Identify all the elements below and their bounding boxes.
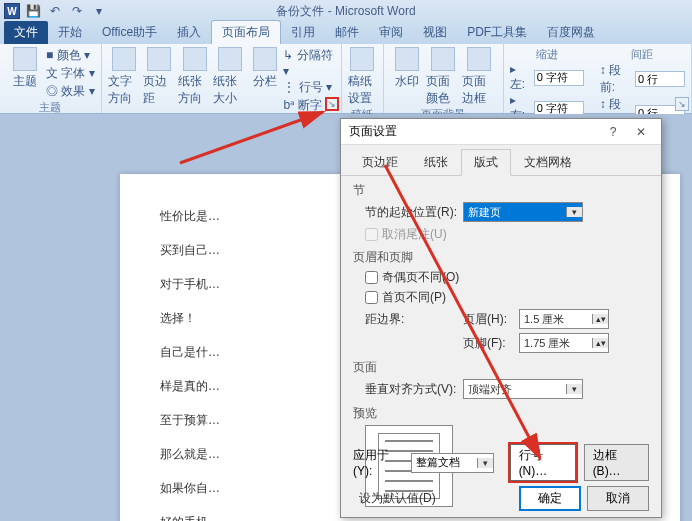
orientation-label: 纸张方向 xyxy=(178,73,211,107)
window-title: 备份文件 - Microsoft Word xyxy=(276,3,415,20)
ok-button[interactable]: 确定 xyxy=(519,486,581,511)
tab-home[interactable]: 开始 xyxy=(48,21,92,44)
page-border-label: 页面边框 xyxy=(462,73,496,107)
doc-text: 自己是什… xyxy=(160,345,220,359)
valign-value: 顶端对齐 xyxy=(464,382,566,397)
section-start-label: 节的起始位置(R): xyxy=(365,204,457,221)
group-theme-label: 主题 xyxy=(6,100,95,115)
group-paper: 稿纸设置 稿纸 xyxy=(342,44,384,113)
text-direction-label: 文字方向 xyxy=(108,73,141,107)
tab-mail[interactable]: 邮件 xyxy=(325,21,369,44)
watermark-button[interactable]: 水印 xyxy=(390,47,424,107)
page-border-button[interactable]: 页面边框 xyxy=(462,47,496,107)
suppress-endnotes-checkbox xyxy=(365,228,378,241)
tab-references[interactable]: 引用 xyxy=(281,21,325,44)
tab-review[interactable]: 审阅 xyxy=(369,21,413,44)
chevron-down-icon[interactable]: ▾ xyxy=(477,458,493,468)
valign-label: 垂直对齐方式(V): xyxy=(365,381,457,398)
chevron-down-icon[interactable]: ▾ xyxy=(566,207,582,217)
theme-label: 主题 xyxy=(13,73,37,90)
undo-icon[interactable]: ↶ xyxy=(46,2,64,20)
header-distance-input[interactable]: 1.5 厘米▴▾ xyxy=(519,309,609,329)
columns-label: 分栏 xyxy=(253,73,277,90)
page-group-label: 页面 xyxy=(353,359,649,376)
indent-left-label: ▸ 左: xyxy=(510,62,530,93)
line-numbers-button[interactable]: ⋮ 行号 ▾ xyxy=(283,79,334,96)
theme-button[interactable]: 主题 xyxy=(6,47,44,100)
space-before-input[interactable] xyxy=(635,71,685,87)
close-icon[interactable]: ✕ xyxy=(629,125,653,139)
paper-size-button[interactable]: 纸张大小 xyxy=(213,47,246,114)
spacing-heading: 间距 xyxy=(600,47,685,62)
valign-combo[interactable]: 顶端对齐▾ xyxy=(463,379,583,399)
theme-colors[interactable]: ■ 颜色 ▾ xyxy=(46,47,95,64)
doc-text: 至于预算… xyxy=(160,413,220,427)
orientation-button[interactable]: 纸张方向 xyxy=(178,47,211,114)
odd-even-checkbox[interactable] xyxy=(365,271,378,284)
paper-settings-label: 稿纸设置 xyxy=(348,73,377,107)
chevron-down-icon[interactable]: ▾ xyxy=(566,384,582,394)
margins-button[interactable]: 页边距 xyxy=(143,47,176,114)
group-theme: 主题 ■ 颜色 ▾ 文 字体 ▾ ◎ 效果 ▾ 主题 xyxy=(0,44,102,113)
dialog-titlebar[interactable]: 页面设置 ? ✕ xyxy=(341,119,661,145)
tab-baidu[interactable]: 百度网盘 xyxy=(537,21,605,44)
tab-pdf[interactable]: PDF工具集 xyxy=(457,21,537,44)
dlg-tab-paper[interactable]: 纸张 xyxy=(411,149,461,175)
section-group: 节 节的起始位置(R): 新建页 ▾ 取消尾注(U) xyxy=(353,182,649,243)
section-start-combo[interactable]: 新建页 ▾ xyxy=(463,202,583,222)
dialog-tabs: 页边距 纸张 版式 文档网格 xyxy=(341,145,661,176)
help-icon[interactable]: ? xyxy=(601,125,625,139)
dlg-tab-grid[interactable]: 文档网格 xyxy=(511,149,585,175)
footer-distance-value: 1.75 厘米 xyxy=(520,336,592,351)
redo-icon[interactable]: ↷ xyxy=(68,2,86,20)
tab-office[interactable]: Office助手 xyxy=(92,21,167,44)
doc-text: 选择！ xyxy=(160,311,196,325)
odd-even-label: 奇偶页不同(O) xyxy=(382,269,459,286)
page-color-button[interactable]: 页面颜色 xyxy=(426,47,460,107)
save-icon[interactable]: 💾 xyxy=(24,2,42,20)
indent-heading: 缩进 xyxy=(510,47,584,62)
spinner-icon[interactable]: ▴▾ xyxy=(592,314,608,324)
theme-fonts[interactable]: 文 字体 ▾ xyxy=(46,65,95,82)
dialog-title: 页面设置 xyxy=(349,123,597,140)
apply-combo[interactable]: 整篇文档▾ xyxy=(411,453,493,473)
tab-file[interactable]: 文件 xyxy=(4,21,48,44)
set-default-button[interactable]: 设为默认值(D) xyxy=(359,487,436,510)
cancel-button[interactable]: 取消 xyxy=(587,486,649,511)
apply-row: 应用于(Y): 整篇文档▾ 行号(N)… 边框(B)… xyxy=(353,444,649,481)
first-page-label: 首页不同(P) xyxy=(382,289,446,306)
header-footer-group: 页眉和页脚 奇偶页不同(O) 首页不同(P) 距边界: 页眉(H): 1.5 厘… xyxy=(353,249,649,353)
doc-text: 那么就是… xyxy=(160,447,220,461)
tab-view[interactable]: 视图 xyxy=(413,21,457,44)
line-numbers-button[interactable]: 行号(N)… xyxy=(510,444,576,481)
columns-button[interactable]: 分栏 xyxy=(248,47,281,114)
page-setup-dialog: 页面设置 ? ✕ 页边距 纸张 版式 文档网格 节 节的起始位置(R): 新建页… xyxy=(340,118,662,518)
distance-label: 距边界: xyxy=(365,311,457,328)
doc-text: 如果你自… xyxy=(160,481,220,495)
suppress-endnotes-label: 取消尾注(U) xyxy=(382,226,447,243)
tab-insert[interactable]: 插入 xyxy=(167,21,211,44)
paragraph-launcher[interactable]: ↘ xyxy=(675,97,689,111)
page-setup-launcher[interactable]: ↘ xyxy=(325,97,339,111)
borders-button[interactable]: 边框(B)… xyxy=(584,444,649,481)
doc-text: 样是真的… xyxy=(160,379,220,393)
first-page-checkbox[interactable] xyxy=(365,291,378,304)
text-direction-button[interactable]: 文字方向 xyxy=(108,47,141,114)
qat-customize-icon[interactable]: ▾ xyxy=(90,2,108,20)
dlg-tab-layout[interactable]: 版式 xyxy=(461,149,511,176)
theme-effects[interactable]: ◎ 效果 ▾ xyxy=(46,83,95,100)
ribbon: 主题 ■ 颜色 ▾ 文 字体 ▾ ◎ 效果 ▾ 主题 文字方向 页边距 纸张方向… xyxy=(0,44,692,114)
spinner-icon[interactable]: ▴▾ xyxy=(592,338,608,348)
indent-left-input[interactable] xyxy=(534,70,584,86)
dlg-tab-margin[interactable]: 页边距 xyxy=(349,149,411,175)
page-group: 页面 垂直对齐方式(V): 顶端对齐▾ xyxy=(353,359,649,399)
paper-settings-button[interactable]: 稿纸设置 xyxy=(348,47,377,107)
section-start-value: 新建页 xyxy=(464,205,566,220)
apply-value: 整篇文档 xyxy=(412,455,476,470)
paper-size-label: 纸张大小 xyxy=(213,73,246,107)
footer-distance-input[interactable]: 1.75 厘米▴▾ xyxy=(519,333,609,353)
apply-label: 应用于(Y): xyxy=(353,447,403,478)
tab-layout[interactable]: 页面布局 xyxy=(211,20,281,44)
breaks-button[interactable]: ↳ 分隔符 ▾ xyxy=(283,47,334,78)
section-label: 节 xyxy=(353,182,649,199)
